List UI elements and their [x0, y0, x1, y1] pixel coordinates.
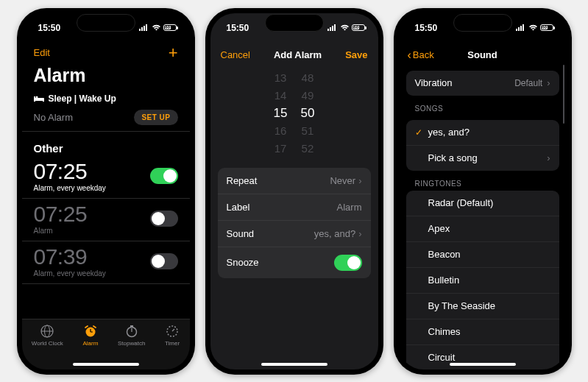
ringtone-name: Radar (Default) — [428, 197, 550, 208]
chevron-right-icon: › — [547, 77, 550, 88]
page-title: Sound — [467, 49, 497, 60]
tab-label: Timer — [165, 340, 180, 347]
wifi-icon — [152, 24, 161, 31]
tab-timer[interactable]: Timer — [165, 324, 180, 347]
sleep-section-label: Sleep | Wake Up — [49, 93, 116, 104]
svg-rect-25 — [516, 29, 517, 31]
svg-line-20 — [172, 329, 174, 331]
tab-stopwatch[interactable]: Stopwatch — [118, 324, 145, 347]
save-button[interactable]: Save — [345, 49, 367, 60]
checkmark-icon: ✓ — [415, 127, 428, 138]
timer-icon — [165, 324, 180, 339]
svg-rect-5 — [34, 96, 35, 102]
svg-rect-0 — [139, 29, 141, 31]
svg-line-15 — [93, 326, 96, 328]
vibration-row[interactable]: Vibration Default › — [406, 71, 559, 96]
repeat-value: Never — [330, 175, 355, 186]
svg-rect-2 — [144, 26, 145, 31]
home-indicator[interactable] — [450, 363, 516, 366]
sleep-section-header: Sleep | Wake Up — [22, 93, 190, 104]
back-button[interactable]: ‹Back — [408, 49, 434, 62]
dynamic-island — [453, 14, 512, 32]
home-indicator[interactable] — [261, 363, 327, 366]
alarm-toggle[interactable] — [150, 253, 178, 269]
tab-label: Alarm — [82, 340, 98, 347]
svg-rect-23 — [332, 26, 333, 31]
ringtone-row[interactable]: By The Seaside — [406, 294, 559, 319]
alarm-sub: Alarm, every weekday — [34, 269, 106, 277]
phone-add-alarm: 15:50 60 Cancel Add Alarm Save 121314151… — [205, 8, 383, 375]
bed-icon — [34, 95, 44, 102]
edit-button[interactable]: Edit — [34, 47, 50, 58]
vibration-label: Vibration — [415, 77, 515, 88]
dynamic-island — [77, 14, 135, 32]
ringtone-row[interactable]: Radar (Default) — [406, 191, 559, 216]
label-label: Label — [227, 202, 250, 213]
status-indicators: 60 — [327, 24, 365, 31]
cancel-button[interactable]: Cancel — [221, 49, 250, 60]
label-value: Alarm — [337, 202, 362, 213]
svg-rect-18 — [130, 325, 133, 327]
alarm-toggle[interactable] — [150, 168, 178, 184]
tab-bar: World Clock Alarm Stopwatch Timer — [22, 319, 190, 369]
ringtone-row[interactable]: Circuit — [406, 345, 559, 369]
battery-icon: 60 — [163, 24, 177, 31]
ringtone-row[interactable]: Beacon — [406, 242, 559, 268]
pick-song-label: Pick a song — [428, 152, 548, 163]
home-indicator[interactable] — [73, 363, 139, 366]
song-selected-row[interactable]: ✓ yes, and? — [406, 120, 559, 146]
svg-point-7 — [35, 96, 38, 98]
tab-label: World Clock — [32, 340, 63, 347]
snooze-toggle[interactable] — [334, 255, 362, 271]
ringtone-name: Apex — [428, 223, 550, 234]
svg-rect-26 — [518, 27, 520, 31]
song-name: yes, and? — [428, 127, 550, 138]
status-indicators: 60 — [139, 24, 177, 31]
ringtones-list: Radar (Default)ApexBeaconBulletinBy The … — [406, 191, 559, 369]
no-alarm-label: No Alarm — [34, 112, 73, 123]
alarm-time: 07:25 — [34, 160, 106, 183]
minute-picker-column[interactable]: 47484950515253 — [301, 69, 315, 158]
ringtone-row[interactable]: Apex — [406, 216, 559, 242]
svg-rect-27 — [520, 26, 522, 31]
hour-picker-column[interactable]: 12131415161718 — [274, 69, 288, 158]
label-row[interactable]: Label Alarm — [218, 194, 371, 221]
vibration-value: Default — [514, 78, 542, 88]
ringtone-name: Bulletin — [428, 275, 550, 286]
stopwatch-icon — [124, 324, 139, 339]
chevron-right-icon: › — [547, 152, 550, 163]
tab-label: Stopwatch — [118, 340, 145, 347]
alarm-toggle[interactable] — [150, 211, 178, 227]
repeat-row[interactable]: Repeat Never› — [218, 168, 371, 194]
globe-icon — [40, 324, 54, 339]
ringtones-header: RINGTONES — [399, 171, 567, 191]
status-time: 15:50 — [38, 23, 61, 33]
setup-button[interactable]: SET UP — [134, 110, 177, 125]
ringtone-name: Chimes — [428, 326, 550, 337]
scroll-indicator[interactable] — [563, 65, 564, 124]
add-alarm-button[interactable]: + — [169, 45, 178, 61]
ringtone-row[interactable]: Chimes — [406, 319, 559, 345]
time-picker[interactable]: 12131415161718 47484950515253 — [210, 69, 378, 158]
tab-alarm[interactable]: Alarm — [82, 324, 98, 347]
wifi-icon — [340, 24, 350, 31]
tab-world-clock[interactable]: World Clock — [32, 324, 63, 347]
svg-rect-21 — [327, 29, 329, 31]
alarm-row[interactable]: 07:39Alarm, every weekday — [22, 241, 190, 284]
ringtone-name: By The Seaside — [428, 300, 550, 311]
ringtone-name: Circuit — [428, 352, 550, 363]
pick-song-row[interactable]: Pick a song › — [406, 146, 559, 171]
ringtone-row[interactable]: Bulletin — [406, 268, 559, 294]
battery-icon: 60 — [352, 24, 365, 31]
svg-rect-1 — [141, 27, 143, 31]
phone-alarm-list: 15:50 60 Edit + Alarm Sleep | Wake Up No… — [17, 8, 195, 375]
alarm-settings-group: Repeat Never› Label Alarm Sound yes, and… — [218, 168, 371, 278]
svg-rect-24 — [334, 24, 336, 31]
dynamic-island — [265, 14, 324, 32]
alarm-row[interactable]: 07:25Alarm, every weekday — [22, 156, 190, 199]
status-time: 15:50 — [415, 23, 438, 33]
signal-icon — [516, 24, 526, 31]
sound-row[interactable]: Sound yes, and?› — [218, 221, 371, 247]
signal-icon — [139, 24, 149, 31]
alarm-row[interactable]: 07:25Alarm — [22, 199, 190, 241]
